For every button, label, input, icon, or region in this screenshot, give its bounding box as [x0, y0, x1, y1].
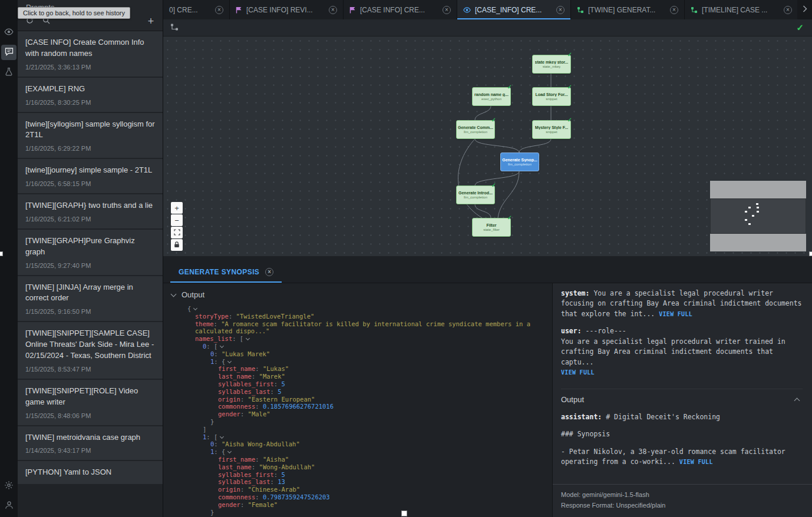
prompt-list-item[interactable]: [TWINE] metroidvania case graph1/14/2025… [18, 426, 163, 460]
assistant-role-label: assistant: [561, 413, 602, 421]
graph-node[interactable]: Generate Comm...llm_completion✓ [456, 120, 495, 139]
splitter-handle-left[interactable] [0, 251, 3, 256]
prompt-list-item[interactable]: [CASE INFO] Create Common Info with rand… [18, 31, 163, 77]
minimap[interactable] [710, 181, 806, 251]
prompt-list-item[interactable]: [PYTHON] Yaml to JSON [18, 461, 163, 484]
tab-close-icon[interactable]: × [784, 6, 792, 14]
close-icon[interactable]: × [265, 268, 273, 276]
json-token: : [ [232, 335, 243, 342]
tab-label: [TIMELINE] CASE ... [702, 6, 780, 14]
json-token: "Aisha Wong-Abdullah" [222, 440, 300, 448]
editor-tab[interactable]: [CASE_INFO] CRE...× [457, 0, 571, 19]
node-title: state mkey stor... [535, 60, 569, 64]
output-label: Output [181, 290, 204, 299]
json-token: : [214, 440, 222, 448]
tab-close-icon[interactable]: × [670, 6, 678, 14]
flask-rail-button[interactable] [1, 65, 16, 80]
activity-rail [0, 0, 18, 517]
graph-node[interactable]: state mkey stor...state_mkey✓ [532, 55, 571, 74]
json-token: syllables_first [218, 380, 274, 387]
view-full-link[interactable]: VIEW FULL [561, 369, 595, 376]
json-token: first_name [218, 365, 255, 372]
prompt-list-item[interactable]: [TWINE][GRAPH]Pure Graphviz graph1/15/20… [18, 230, 163, 275]
splitter-handle-bottom[interactable] [401, 511, 407, 516]
json-line: first_name: "Lukas" [180, 365, 545, 373]
json-token: : [214, 320, 222, 327]
assistant-body-text: - Petar Nikolov, a 38-year-old romance s… [561, 448, 785, 466]
prompt-title: [twine][journey] simple sample - 2T1L [25, 165, 155, 176]
json-token: "A romance scam facilitator is killed by… [195, 320, 534, 335]
graph-edge [475, 204, 491, 218]
tab-generate-synopsis[interactable]: GENERATE SYNOPSIS × [170, 263, 282, 283]
graph-edge [475, 139, 519, 153]
json-token: syllables_last [218, 478, 270, 485]
json-token: : [240, 396, 248, 403]
zoom-in-button[interactable]: + [171, 202, 183, 214]
prompt-list-item[interactable]: [TWINE][SNIPPET][ROLE] Video game writer… [18, 380, 163, 425]
tabs-scroll-right-button[interactable] [797, 0, 812, 19]
graph-node[interactable]: Generate Synop...llm_completion [500, 153, 539, 171]
prompt-list-item[interactable]: [twine][syllogism] sample syllogism for … [18, 113, 163, 158]
eye-rail-button[interactable] [1, 25, 16, 40]
view-full-link[interactable]: VIEW FULL [659, 311, 692, 317]
prompt-list-item[interactable]: [TWINE][GRAPH} two truths and a lie1/16/… [18, 194, 163, 228]
chevron-right-icon [803, 5, 807, 14]
json-token [243, 335, 249, 343]
json-line: 0: "Lukas Marek" [180, 350, 545, 358]
graph-node[interactable]: Load Story For...snippet✓ [532, 87, 571, 106]
editor-tab[interactable]: 0] CRE...× [163, 0, 230, 19]
json-token: : [274, 380, 282, 387]
view-full-link[interactable]: VIEW FULL [679, 459, 713, 465]
fit-view-button[interactable] [171, 227, 183, 238]
json-token: "Male" [248, 410, 270, 417]
editor-tab[interactable]: [TWINE] GENERAT...× [571, 0, 685, 19]
prompt-list-item[interactable]: [TWINE] [JINJA] Array merge in correct o… [18, 276, 163, 322]
editor-tab[interactable]: [TIMELINE] CASE ...× [685, 0, 797, 19]
tab-close-icon[interactable]: × [443, 6, 451, 14]
graph-node[interactable]: Mystery Style F...snippet✓ [532, 120, 571, 139]
graph-node[interactable]: random name g...exec_python✓ [472, 87, 511, 106]
flag-icon [236, 6, 242, 14]
json-token: : [255, 365, 263, 372]
auto-layout-button[interactable] [170, 23, 179, 33]
prompt-list-item[interactable]: [twine][journey] simple sample - 2T1L1/1… [18, 159, 163, 193]
output-section-header[interactable]: Output [561, 389, 803, 404]
tab-close-icon[interactable]: × [329, 6, 337, 14]
json-line: } [180, 418, 545, 426]
editor-tab[interactable]: [CASE INFO] REVI...× [230, 0, 344, 19]
node-title: Mystery Style F... [535, 125, 568, 130]
prompt-list-item[interactable]: [EXAMPLE] RNG1/16/2025, 8:30:25 PM [18, 78, 163, 112]
json-token: origin [218, 486, 240, 493]
minimap-node-dot [757, 207, 759, 208]
editor-tab[interactable]: [CASE INFO] CRE...× [344, 0, 457, 19]
json-token: : [255, 403, 263, 410]
prompt-list-item[interactable]: [TWINE][SNIPPET][SAMPLE CASE] Online Thr… [18, 322, 163, 379]
layout-icon [170, 23, 179, 33]
person-rail-button[interactable] [1, 498, 16, 513]
prompt-timestamp: 1/15/2025, 9:27:40 PM [25, 262, 155, 269]
json-line: 1: { [180, 358, 545, 366]
json-line: 0: [ [180, 343, 545, 350]
graph-node[interactable]: Generate Introd...llm_completion✓ [456, 185, 495, 204]
flag-icon [349, 6, 356, 14]
chevron-up-icon [794, 397, 800, 403]
json-token: : [252, 463, 259, 470]
json-token: gender [218, 410, 240, 417]
output-collapse-row[interactable]: Output [163, 283, 552, 304]
prompt-timestamp: 1/16/2025, 6:58:15 PM [25, 180, 155, 187]
lock-button[interactable] [171, 239, 183, 251]
json-token: syllables_last [218, 388, 270, 395]
add-prompt-button[interactable]: + [144, 14, 158, 28]
graph-canvas[interactable]: state mkey stor...state_mkey✓random name… [163, 37, 812, 256]
graph-node[interactable]: Filterstate_filter✓ [472, 218, 511, 237]
node-title: Filter [486, 223, 496, 227]
tab-label: [TWINE] GENERAT... [588, 6, 666, 14]
splitter-handle-right[interactable] [809, 251, 812, 256]
json-line: 1: [ [180, 433, 545, 441]
json-line: commonness: 0.18576966276721016 [180, 403, 545, 410]
tab-close-icon[interactable]: × [215, 6, 223, 14]
tab-close-icon[interactable]: × [556, 6, 565, 14]
prompts-rail-button[interactable] [1, 45, 16, 60]
gear-rail-button[interactable] [1, 478, 16, 493]
zoom-out-button[interactable]: − [171, 214, 183, 226]
